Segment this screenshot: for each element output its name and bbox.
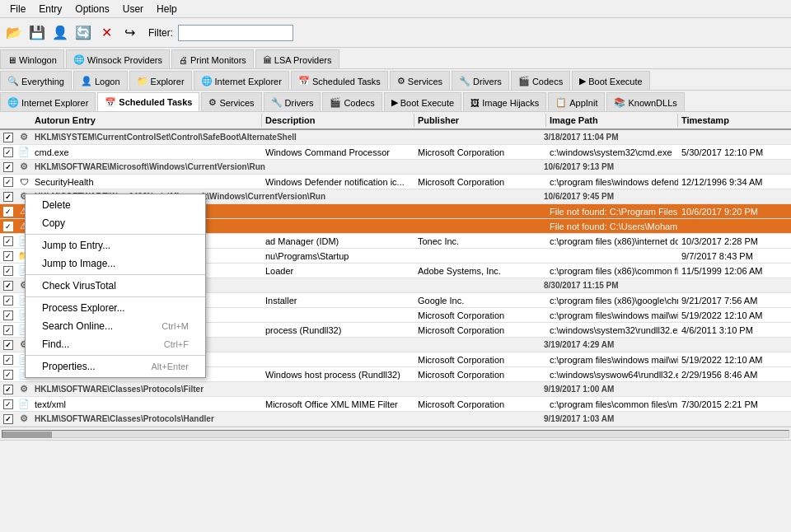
- row-checkbox[interactable]: [0, 162, 16, 172]
- table-row[interactable]: ⚙ HKLM\SOFTWARE\Classes\Protocols\Filter…: [0, 382, 791, 397]
- context-menu: DeleteCopyJump to Entry...Jump to Image.…: [25, 194, 206, 378]
- explorer-icon: 📁: [137, 76, 148, 86]
- tab3-knowndlls[interactable]: 📚 KnownDLLs: [606, 92, 684, 112]
- row-checkbox[interactable]: [0, 133, 16, 142]
- winsock-icon: 🌐: [73, 54, 85, 65]
- table-row[interactable]: ⚙ HKLM\SOFTWARE\Classes\Protocols\Handle…: [0, 412, 791, 427]
- row-checkbox[interactable]: [0, 281, 16, 291]
- context-menu-item-find---[interactable]: Find...Ctrl+F: [26, 335, 205, 353]
- table-row[interactable]: 📄 cmd.exe Windows Command Processor Micr…: [0, 145, 791, 160]
- row-checkbox[interactable]: [0, 355, 16, 365]
- tab-scheduled-tasks[interactable]: 📅 Scheduled Tasks: [291, 71, 388, 91]
- menu-entry[interactable]: Entry: [32, 2, 68, 16]
- col-header-autorun[interactable]: Autorun Entry: [31, 114, 262, 127]
- col-header-timestamp[interactable]: Timestamp: [678, 114, 791, 127]
- tab3-image-hijacks[interactable]: 🖼 Image Hijacks: [463, 92, 546, 112]
- row-timestamp: 5/19/2022 12:10 AM: [678, 310, 791, 320]
- tab-lsa-providers[interactable]: 🏛 LSA Providers: [255, 49, 339, 69]
- table-row[interactable]: 📄 text/xml Microsoft Office XML MIME Fil…: [0, 397, 791, 412]
- row-description: ad Manager (IDM): [262, 236, 414, 246]
- row-checkbox[interactable]: [0, 222, 16, 231]
- menu-help[interactable]: Help: [150, 2, 184, 16]
- tab3-scheduled-tasks[interactable]: 📅 Scheduled Tasks: [97, 92, 199, 112]
- row-publisher: Microsoft Corporation: [414, 177, 546, 187]
- tab3-ie-icon: 🌐: [7, 97, 19, 108]
- filter-input[interactable]: [178, 25, 293, 41]
- tab-boot-execute[interactable]: ▶ Boot Execute: [572, 71, 649, 91]
- refresh-button[interactable]: 🔄: [73, 22, 94, 44]
- row-checkbox[interactable]: [0, 177, 16, 187]
- row-icon: ⚙: [16, 413, 31, 424]
- col-header-description[interactable]: Description: [262, 114, 414, 127]
- delete-button[interactable]: ✕: [96, 22, 117, 44]
- context-menu-item-jump-to-image---[interactable]: Jump to Image...: [26, 254, 205, 273]
- row-checkbox[interactable]: [0, 325, 16, 335]
- codecs-icon: 🎬: [518, 76, 530, 86]
- row-checkbox[interactable]: [0, 236, 16, 246]
- table-row[interactable]: 🛡 SecurityHealth Windows Defender notifi…: [0, 175, 791, 189]
- row-checkbox[interactable]: [0, 207, 16, 217]
- table-row[interactable]: ⚙ HKLM\SYSTEM\CurrentControlSet\Control\…: [0, 130, 791, 145]
- tab3-codecs[interactable]: 🎬 Codecs: [322, 92, 381, 112]
- tab3-codecs-icon: 🎬: [330, 97, 341, 108]
- row-checkbox[interactable]: [0, 385, 16, 394]
- table-row[interactable]: ⚙ HKLM\SOFTWARE\Microsoft\Windows\Curren…: [0, 160, 791, 175]
- filter-label: Filter:: [148, 27, 173, 39]
- tab-everything[interactable]: 🔍 Everything: [0, 71, 72, 91]
- tab3-boot-execute[interactable]: ▶ Boot Execute: [384, 92, 461, 112]
- tab3-appinit[interactable]: 📋 AppInit: [548, 92, 605, 112]
- context-menu-item-check-virustotal[interactable]: Check VirusTotal: [26, 277, 205, 295]
- tab-print-monitors[interactable]: 🖨 Print Monitors: [171, 49, 254, 69]
- context-menu-item-process-explorer---[interactable]: Process Explorer...: [26, 299, 205, 317]
- menu-file[interactable]: File: [3, 2, 32, 16]
- row-timestamp: 9/7/2017 8:43 PM: [678, 251, 791, 261]
- row-timestamp: 11/5/1999 12:06 AM: [678, 266, 791, 276]
- scrollbar-horizontal[interactable]: [0, 427, 791, 440]
- context-menu-item-jump-to-entry---[interactable]: Jump to Entry...: [26, 236, 205, 254]
- save-button[interactable]: 💾: [26, 22, 48, 44]
- tab-row-1: 🖥 Winlogon 🌐 Winsock Providers 🖨 Print M…: [0, 48, 791, 69]
- row-description: Loader: [262, 266, 414, 276]
- tab-winlogon[interactable]: 🖥 Winlogon: [0, 49, 64, 69]
- tab-logon[interactable]: 👤 Logon: [73, 71, 128, 91]
- tab3-drivers[interactable]: 🔧 Drivers: [264, 92, 321, 112]
- open-button[interactable]: 📂: [3, 22, 25, 44]
- row-publisher: Microsoft Corporation: [414, 325, 546, 335]
- context-menu-item-search-online---[interactable]: Search Online...Ctrl+M: [26, 317, 205, 335]
- tab-internet-explorer[interactable]: 🌐 Internet Explorer: [194, 71, 289, 91]
- tab-codecs[interactable]: 🎬 Codecs: [511, 71, 570, 91]
- row-checkbox[interactable]: [0, 310, 16, 320]
- row-checkbox[interactable]: [0, 370, 16, 380]
- context-menu-separator: [26, 274, 205, 275]
- row-checkbox[interactable]: [0, 147, 16, 157]
- col-header-image-path[interactable]: Image Path: [546, 114, 678, 127]
- context-menu-item-delete[interactable]: Delete: [26, 196, 205, 214]
- row-checkbox[interactable]: [0, 192, 16, 202]
- column-headers: Autorun Entry Description Publisher Imag…: [0, 112, 791, 130]
- row-checkbox[interactable]: [0, 414, 16, 424]
- row-timestamp: 10/6/2017 9:45 PM: [541, 192, 664, 201]
- row-checkbox[interactable]: [0, 296, 16, 306]
- tab3-services[interactable]: ⚙ Services: [201, 92, 261, 112]
- context-menu-item-properties---[interactable]: Properties...Alt+Enter: [26, 357, 205, 376]
- row-checkbox[interactable]: [0, 251, 16, 261]
- row-icon: 📄: [16, 147, 31, 157]
- row-publisher: Google Inc.: [414, 296, 546, 306]
- row-checkbox[interactable]: [0, 266, 16, 276]
- jump-button[interactable]: ↪: [119, 22, 140, 44]
- user-button[interactable]: 👤: [49, 22, 71, 44]
- print-icon: 🖨: [179, 55, 188, 65]
- menu-user[interactable]: User: [116, 2, 150, 16]
- row-timestamp: 9/21/2017 7:56 AM: [678, 296, 791, 306]
- tab-winsock[interactable]: 🌐 Winsock Providers: [66, 49, 170, 69]
- tab-explorer[interactable]: 📁 Explorer: [129, 71, 192, 91]
- col-header-publisher[interactable]: Publisher: [414, 114, 546, 127]
- menu-options[interactable]: Options: [68, 2, 115, 16]
- context-menu-item-copy[interactable]: Copy: [26, 214, 205, 232]
- row-checkbox[interactable]: [0, 340, 16, 350]
- row-checkbox[interactable]: [0, 399, 16, 409]
- tab-drivers[interactable]: 🔧 Drivers: [452, 71, 509, 91]
- row-timestamp: 5/19/2022 12:10 AM: [678, 355, 791, 365]
- tab3-internet-explorer[interactable]: 🌐 Internet Explorer: [0, 92, 96, 112]
- tab-services[interactable]: ⚙ Services: [390, 71, 450, 91]
